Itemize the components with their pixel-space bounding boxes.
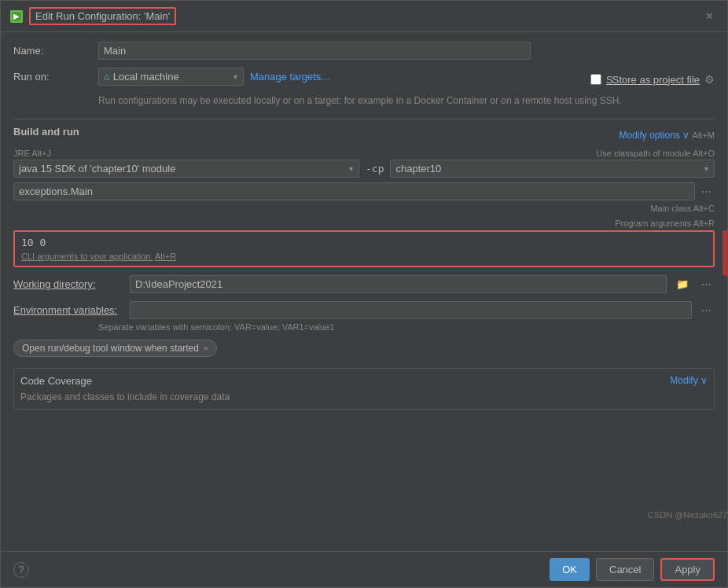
annotation-box: 向main方法的String[] args 传递 10，0两个参数，不出意外，程… [722, 230, 727, 276]
env-vars-label: Environment variables: [13, 304, 123, 316]
dialog-footer: ? OK Cancel Apply [1, 551, 727, 587]
title-bar-left: ▶ Edit Run Configuration: 'Main' [10, 7, 176, 25]
use-classpath-hint: Use classpath of module Alt+O [596, 149, 715, 158]
cancel-button[interactable]: Cancel [596, 558, 654, 581]
modify-options-link[interactable]: Modify options ∨ Alt+M [620, 130, 715, 141]
run-config-icon: ▶ [10, 10, 23, 23]
ok-button[interactable]: OK [550, 558, 590, 581]
program-args-section: 10 0 CLI arguments to your application. … [13, 230, 715, 267]
env-vars-icon[interactable]: ⋯ [698, 303, 715, 317]
working-dir-row: Working directory: 📁 ⋯ [13, 275, 715, 293]
dialog-title: Edit Run Configuration: 'Main' [35, 10, 170, 22]
sdk-dropdown[interactable]: java 15 SDK of 'chapter10' module [13, 160, 359, 178]
dialog-title-box: Edit Run Configuration: 'Main' [29, 7, 176, 25]
footer-buttons: OK Cancel Apply [550, 558, 715, 581]
manage-targets-link[interactable]: Manage targets... [250, 71, 329, 83]
store-as-project-row: SStore as project file ⚙ [590, 73, 715, 86]
cli-hint-underline: CLI arguments to your application. [21, 252, 153, 261]
code-coverage-title: Code Coverage [20, 375, 92, 387]
sdk-value: java 15 SDK of 'chapter10' module [19, 163, 175, 175]
cp-value: chapter10 [395, 163, 441, 175]
main-class-hint: Main class Alt+C [650, 204, 715, 213]
build-run-title: Build and run [13, 126, 79, 138]
working-dir-file-icon[interactable]: ⋯ [698, 277, 715, 291]
store-as-project-label: SStore as project file [606, 74, 700, 86]
apply-button[interactable]: Apply [660, 558, 715, 581]
working-dir-label: Working directory: [13, 278, 123, 290]
name-row: Name: [13, 42, 715, 60]
name-input[interactable] [98, 42, 531, 60]
build-run-section: Build and run Modify options ∨ Alt+M JRE… [13, 126, 715, 267]
tag-area: Open run/debug tool window when started … [13, 340, 715, 357]
divider [13, 119, 715, 119]
run-on-label: Run on: [13, 71, 92, 83]
code-coverage-text: Packages and classes to include in cover… [20, 391, 708, 402]
cp-label: -cp [366, 163, 384, 175]
house-icon: ⌂ [104, 71, 110, 83]
main-class-browse-icon[interactable]: ⋯ [698, 185, 715, 198]
store-as-project-checkbox[interactable] [590, 74, 601, 85]
prog-args-value: 10 0 [21, 237, 707, 248]
run-on-hint: Run configurations may be executed local… [98, 94, 715, 108]
code-coverage-modify[interactable]: Modify ∨ [670, 375, 708, 386]
edit-run-config-dialog: ▶ Edit Run Configuration: 'Main' × SStor… [0, 0, 728, 588]
main-class-input[interactable] [13, 182, 695, 200]
env-vars-input[interactable] [130, 301, 692, 319]
run-debug-tag[interactable]: Open run/debug tool window when started … [13, 340, 217, 357]
help-button[interactable]: ? [13, 562, 29, 578]
env-vars-hint: Separate variables with semicolon: VAR=v… [98, 322, 715, 332]
footer-left: ? [13, 562, 29, 578]
env-vars-row: Environment variables: ⋯ [13, 301, 715, 319]
run-on-dropdown[interactable]: ⌂ Local machine [98, 68, 244, 86]
title-bar: ▶ Edit Run Configuration: 'Main' × [1, 1, 727, 32]
local-machine-text: Local machine [113, 71, 179, 83]
build-run-header: Build and run Modify options ∨ Alt+M [13, 126, 715, 144]
sdk-cp-row: java 15 SDK of 'chapter10' module -cp ch… [13, 160, 715, 178]
code-coverage-section: Code Coverage Modify ∨ Packages and clas… [13, 368, 715, 410]
working-dir-input[interactable] [130, 275, 667, 293]
prog-args-cli-hint: CLI arguments to your application. Alt+R [21, 252, 707, 261]
tag-label: Open run/debug tool window when started [22, 343, 199, 354]
dialog-content: SStore as project file ⚙ Name: Run on: ⌂… [1, 32, 727, 551]
gear-icon[interactable]: ⚙ [704, 73, 715, 86]
name-label: Name: [13, 45, 92, 57]
watermark: CSDN @Nezuko627 [648, 510, 727, 520]
jre-hint: JRE Alt+J [13, 149, 51, 158]
working-dir-browse-icon[interactable]: 📁 [673, 277, 692, 291]
prog-args-hint-top: Program arguments Alt+R [615, 219, 715, 228]
close-button[interactable]: × [701, 8, 718, 25]
cp-dropdown[interactable]: chapter10 [390, 160, 715, 178]
tag-close-icon[interactable]: × [204, 344, 208, 353]
